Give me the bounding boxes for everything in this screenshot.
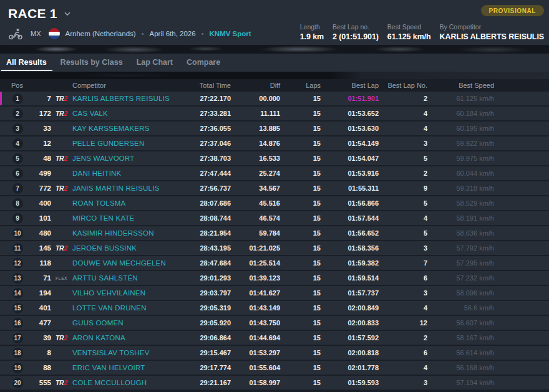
best-lap: 01:57.592 <box>321 334 379 342</box>
competitor-name[interactable]: GUUS OOMEN <box>72 319 187 327</box>
blurred-photo-band <box>0 45 549 54</box>
diff: 34.567 <box>231 184 280 192</box>
table-row[interactable]: 4 12 PELLE GUNDERSEN 27:37.046 14.876 15… <box>0 136 549 150</box>
table-row[interactable]: 6 499 DANI HEITINK 27:47.444 25.274 15 0… <box>0 166 549 180</box>
best-lap-no: 4 <box>379 364 427 371</box>
photo-strip: All Results Results by Class Lap Chart C… <box>0 45 549 79</box>
diff: 01:55.604 <box>231 364 280 371</box>
table-row[interactable]: 5 48 TR2 JENS WALVOORT 27:38.703 16.533 … <box>0 151 549 165</box>
diff: 11.111 <box>231 110 280 117</box>
competitor-name[interactable]: KARLIS ALBERTS REISULIS <box>72 95 187 102</box>
position-badge: 3 <box>12 123 23 134</box>
laps: 15 <box>280 229 321 237</box>
team-badge: TR2 <box>56 334 67 342</box>
competitor-name[interactable]: PELLE GUNDERSEN <box>72 140 187 147</box>
competitor-number: 118 <box>26 259 51 267</box>
competitor-name[interactable]: ERIC VAN HELVOIRT <box>72 364 187 371</box>
best-lap-no: 3 <box>379 244 427 252</box>
race-selector[interactable]: RACE 1 <box>8 6 57 21</box>
competitor-name[interactable]: DANI HEITINK <box>72 170 187 177</box>
competitor-name[interactable]: DOUWE VAN MECHGELEN <box>72 259 187 267</box>
stat-length: Length 1.9 km <box>300 23 324 41</box>
competitor-number: 401 <box>26 304 51 312</box>
position-badge: 11 <box>12 243 23 254</box>
laps: 15 <box>280 319 321 327</box>
competitor-name[interactable]: LOTTE VAN DRUNEN <box>72 304 187 312</box>
tab-all-results[interactable]: All Results <box>6 54 47 72</box>
team-badge: TR2 <box>56 184 67 192</box>
tab-results-by-class[interactable]: Results by Class <box>61 54 123 72</box>
competitor-name[interactable]: KASIMIR HINDERSSON <box>72 229 187 237</box>
best-speed: 56.607 km/h <box>427 319 494 327</box>
best-lap-no: 7 <box>379 259 427 267</box>
best-lap-no: 3 <box>379 289 427 297</box>
chevron-down-icon[interactable] <box>64 11 71 16</box>
diff: 01:25.514 <box>231 259 280 267</box>
total-time: 28:21.954 <box>187 229 231 237</box>
organisation-link[interactable]: KNMV Sport <box>210 30 251 37</box>
diff: 59.784 <box>231 229 280 237</box>
best-lap-no: 3 <box>379 140 427 147</box>
table-row[interactable]: 1 7 TR2 KARLIS ALBERTS REISULIS 27:22.17… <box>0 92 549 105</box>
table-row[interactable]: 18 8 VENTSISLAV TOSHEV 29:15.467 01:53.2… <box>0 346 549 360</box>
best-speed: 58.529 km/h <box>427 199 494 207</box>
table-row[interactable]: 12 118 DOUWE VAN MECHGELEN 28:47.684 01:… <box>0 256 549 270</box>
diff: 01:41.627 <box>231 289 280 297</box>
table-row[interactable]: 10 480 KASIMIR HINDERSSON 28:21.954 59.7… <box>0 226 549 240</box>
table-row[interactable]: 17 39 TR2 ARON KATONA 29:06.864 01:44.69… <box>0 331 549 345</box>
competitor-number: 400 <box>26 199 51 207</box>
competitor-name[interactable]: CAS VALK <box>72 110 187 117</box>
table-row[interactable]: 19 88 ERIC VAN HELVOIRT 29:17.774 01:55.… <box>0 361 549 375</box>
competitor-name[interactable]: KAY KARSSEMAKERS <box>72 125 187 132</box>
total-time: 27:56.737 <box>187 184 231 192</box>
diff: 45.516 <box>231 199 280 207</box>
tab-compare[interactable]: Compare <box>187 54 220 72</box>
total-time: 29:21.167 <box>187 379 231 386</box>
team-badge: TR2 <box>56 379 67 386</box>
competitor-name[interactable]: ROAN TOLSMA <box>72 199 187 207</box>
table-row[interactable]: 20 555 TR2 COLE MCCULLOUGH 29:21.167 01:… <box>0 376 549 390</box>
competitor-name[interactable]: JEROEN BUSSINK <box>72 244 187 252</box>
table-row[interactable]: 7 772 TR2 JANIS MARTIN REISULIS 27:56.73… <box>0 181 549 195</box>
table-row[interactable]: 8 400 ROAN TOLSMA 28:07.686 45.516 15 01… <box>0 196 549 210</box>
table-row[interactable]: 9 101 MIRCO TEN KATE 28:08.744 46.574 15… <box>0 211 549 225</box>
table-row[interactable]: 2 172 TR2 CAS VALK 27:33.281 11.111 15 0… <box>0 107 549 120</box>
table-row[interactable]: 16 477 GUUS OOMEN 29:05.920 01:43.750 15… <box>0 316 549 330</box>
motocross-rider-icon <box>8 27 23 40</box>
best-speed: 59.975 km/h <box>427 155 494 162</box>
laps: 15 <box>280 140 321 147</box>
competitor-name[interactable]: ARON KATONA <box>72 334 187 342</box>
best-lap-no: 4 <box>379 110 427 117</box>
best-lap-no: 6 <box>379 349 427 356</box>
competitor-name[interactable]: MIRCO TEN KATE <box>72 214 187 222</box>
table-row[interactable]: 11 145 TR2 JEROEN BUSSINK 28:43.195 01:2… <box>0 241 549 255</box>
diff: 01:43.750 <box>231 319 280 327</box>
event-location: Arnhem (Netherlands) <box>66 30 136 37</box>
table-row[interactable]: 3 33 KAY KARSSEMAKERS 27:36.055 13.885 1… <box>0 122 549 135</box>
position-badge: 20 <box>12 378 23 388</box>
competitor-name[interactable]: VENTSISLAV TOSHEV <box>72 349 187 356</box>
competitor-name[interactable]: ARTTU SAHLSTÉN <box>72 274 187 282</box>
competitor-name[interactable]: JANIS MARTIN REISULIS <box>72 184 187 192</box>
tab-lap-chart[interactable]: Lap Chart <box>137 54 173 72</box>
table-row[interactable]: 15 401 LOTTE VAN DRUNEN 29:05.319 01:43.… <box>0 301 549 315</box>
competitor-name[interactable]: COLE MCCULLOUGH <box>72 379 187 386</box>
column-header-best-lap: Best Lap <box>321 82 379 89</box>
best-lap-no: 9 <box>379 184 427 192</box>
position-badge: 15 <box>12 303 23 313</box>
stat-by-competitor: By Competitor KARLIS ALBERTS REISULIS <box>440 23 544 41</box>
laps: 15 <box>280 364 321 371</box>
competitor-name[interactable]: JENS WALVOORT <box>72 155 187 162</box>
competitor-name[interactable]: VILHO VEHVILÄINEN <box>72 289 187 297</box>
best-speed: 60.044 km/h <box>427 170 494 177</box>
laps: 15 <box>280 199 321 207</box>
diff: 01:43.149 <box>231 304 280 312</box>
laps: 15 <box>280 125 321 132</box>
stat-best-speed: Best Speed 61.125 km/h <box>387 23 431 41</box>
table-row[interactable]: 14 194 VILHO VEHVILÄINEN 29:03.797 01:41… <box>0 286 549 300</box>
position-badge: 5 <box>12 153 23 164</box>
diff: 16.533 <box>231 155 280 162</box>
competitor-number: 8 <box>26 349 51 356</box>
table-row[interactable]: 13 71 FLEX ARTTU SAHLSTÉN 29:01.293 01:3… <box>0 271 549 285</box>
page-header: RACE 1 PROVISIONAL MX <box>0 0 549 45</box>
